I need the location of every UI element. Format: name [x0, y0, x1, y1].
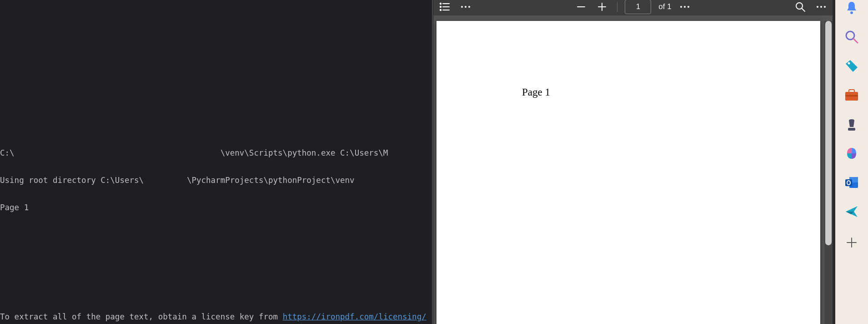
zoom-in-button[interactable] [594, 0, 610, 13]
svg-point-15 [796, 3, 803, 9]
pdf-page-content: Page 1 [522, 86, 550, 98]
svg-point-23 [848, 62, 850, 65]
plus-icon [597, 2, 607, 11]
terminal-line [0, 285, 431, 294]
ellipsis-icon [680, 5, 690, 8]
minus-icon [577, 2, 586, 11]
svg-point-7 [465, 6, 467, 8]
svg-point-12 [680, 6, 682, 8]
svg-point-14 [687, 6, 689, 8]
send-plane-icon[interactable] [844, 204, 859, 219]
pdf-viewer: of 1 Page 1 [433, 0, 833, 324]
office-365-icon[interactable] [844, 146, 859, 161]
terminal-line: To extract all of the page text, obtain … [0, 312, 431, 321]
svg-line-16 [802, 9, 805, 11]
outlook-icon[interactable] [844, 175, 859, 190]
svg-point-6 [461, 6, 463, 8]
bell-icon[interactable] [844, 0, 859, 15]
search-zoom-icon[interactable] [844, 29, 859, 45]
pdf-toolbar: of 1 [433, 0, 833, 15]
svg-line-22 [853, 39, 858, 43]
tag-icon[interactable] [844, 58, 859, 74]
pdf-scroll-area[interactable]: Page 1 [433, 15, 833, 324]
table-of-contents-button[interactable] [437, 0, 452, 13]
terminal-line: C:\ \venv\Scripts\python.exe C:\Users\M … [0, 148, 431, 157]
svg-point-4 [440, 10, 441, 10]
search-icon [795, 2, 805, 12]
pdf-scrollbar-thumb[interactable] [825, 21, 832, 245]
ellipsis-icon [461, 5, 471, 8]
search-button[interactable] [793, 0, 808, 13]
svg-rect-26 [845, 95, 858, 96]
svg-point-8 [468, 6, 470, 8]
svg-point-13 [684, 6, 686, 8]
svg-rect-25 [849, 90, 854, 92]
pdf-page: Page 1 [437, 21, 820, 324]
svg-point-18 [820, 6, 822, 8]
pdf-scrollbar[interactable] [824, 21, 833, 324]
svg-point-17 [817, 6, 818, 8]
license-text: To extract all of the page text, obtain … [0, 312, 283, 321]
plus-add-icon[interactable] [844, 235, 859, 250]
svg-point-19 [824, 6, 826, 8]
licensing-link[interactable]: https://ironpdf.com/licensing/ [283, 312, 426, 321]
svg-point-20 [850, 11, 853, 14]
svg-point-0 [440, 3, 441, 4]
briefcase-icon[interactable] [844, 87, 859, 103]
toolbar-separator [617, 2, 617, 12]
more-center-button[interactable] [677, 0, 692, 13]
terminal-line: Using root directory C:\Users\ \PycharmP… [0, 176, 431, 185]
terminal-line: Page 1 [0, 203, 431, 212]
terminal-output[interactable]: C:\ \venv\Scripts\python.exe C:\Users\M … [0, 0, 431, 324]
terminal-line [0, 258, 431, 267]
more-left-button[interactable] [458, 0, 473, 13]
page-number-input[interactable] [625, 0, 651, 14]
toc-icon [439, 2, 450, 11]
more-right-button[interactable] [813, 0, 829, 13]
windows-sidebar [835, 0, 868, 324]
terminal-line [0, 230, 431, 239]
ellipsis-icon [816, 5, 826, 8]
chess-king-icon[interactable] [844, 116, 859, 132]
zoom-out-button[interactable] [573, 0, 589, 13]
page-total-label: of 1 [658, 2, 671, 11]
svg-point-2 [440, 6, 441, 7]
svg-rect-27 [848, 128, 855, 131]
